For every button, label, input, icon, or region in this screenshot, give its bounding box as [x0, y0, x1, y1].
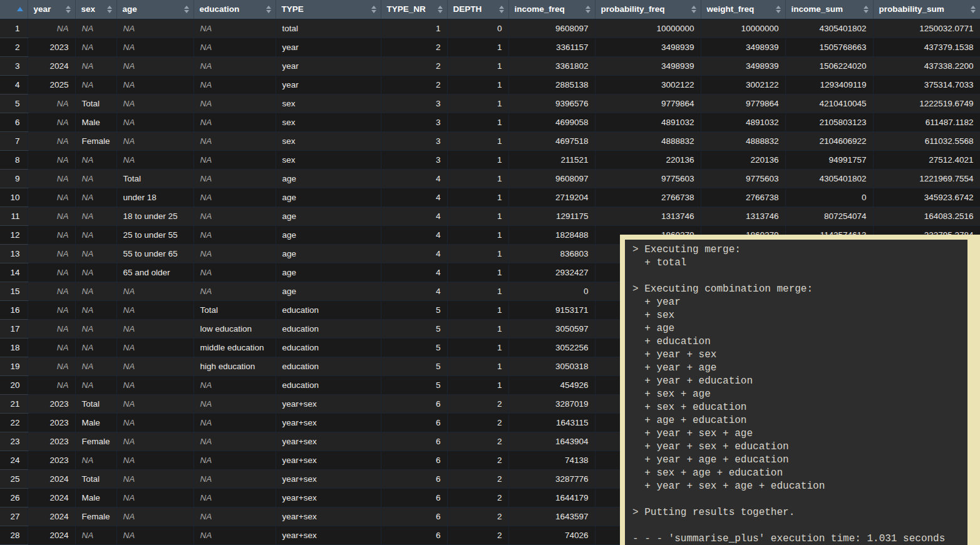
cell-depth: 2: [447, 394, 508, 413]
sort-arrows-icon[interactable]: [864, 6, 869, 13]
column-header-income-freq[interactable]: income_freq: [508, 0, 595, 19]
cell-year: NA: [28, 357, 75, 375]
cell-education: NA: [193, 150, 276, 169]
cell-year: NA: [28, 19, 75, 38]
cell-sex: NA: [75, 300, 116, 319]
cell-depth: 1: [447, 150, 508, 169]
row-number: 22: [0, 413, 28, 432]
cell-education: low education: [193, 319, 276, 338]
sort-arrows-icon[interactable]: [66, 6, 71, 13]
column-header-type-nr[interactable]: TYPE_NR: [381, 0, 447, 19]
cell-probability-freq: 3498939: [595, 56, 701, 75]
cell-depth: 1: [447, 357, 508, 375]
cell-type-nr: 5: [381, 357, 447, 375]
cell-education: NA: [193, 526, 276, 544]
column-label: probability_sum: [879, 4, 944, 14]
cell-income-freq: 4699058: [508, 113, 595, 131]
cell-probability-freq: 10000000: [595, 19, 701, 38]
cell-income-freq: 454926: [508, 375, 595, 394]
cell-income-freq: 1643904: [508, 432, 595, 451]
cell-education: NA: [193, 432, 276, 451]
cell-sex: NA: [75, 206, 116, 225]
cell-depth: 1: [447, 206, 508, 225]
column-header-type[interactable]: TYPE: [276, 0, 381, 19]
cell-type-nr: 2: [381, 75, 447, 94]
column-header-education[interactable]: education: [193, 0, 276, 19]
column-header-probability-sum[interactable]: probability_sum: [873, 0, 980, 19]
cell-type: sex: [276, 131, 381, 150]
cell-income-freq: 9396576: [508, 94, 595, 113]
column-header-age[interactable]: age: [116, 0, 193, 19]
cell-age: under 18: [116, 188, 193, 206]
cell-sex: NA: [75, 56, 116, 75]
cell-education: NA: [193, 394, 276, 413]
cell-age: NA: [116, 19, 193, 38]
sort-arrows-icon[interactable]: [691, 6, 696, 13]
column-header-weight-freq[interactable]: weight_freq: [701, 0, 785, 19]
cell-sex: NA: [75, 188, 116, 206]
row-number-header[interactable]: [0, 0, 28, 19]
cell-depth: 1: [447, 338, 508, 357]
cell-age: NA: [116, 394, 193, 413]
cell-type: age: [276, 263, 381, 282]
cell-type: education: [276, 357, 381, 375]
cell-income-sum: 1505768663: [785, 38, 873, 56]
sort-arrows-icon[interactable]: [438, 6, 443, 13]
sort-arrows-icon[interactable]: [371, 6, 376, 13]
sort-arrows-icon[interactable]: [776, 6, 781, 13]
column-header-depth[interactable]: DEPTH: [447, 0, 508, 19]
row-number: 10: [0, 188, 28, 206]
cell-type-nr: 6: [381, 432, 447, 451]
sort-ascending-icon[interactable]: [17, 7, 23, 11]
column-label: age: [123, 4, 137, 14]
cell-education: NA: [193, 206, 276, 225]
cell-probability-sum: 345923.6742: [873, 188, 980, 206]
column-header-probability-freq[interactable]: probability_freq: [595, 0, 701, 19]
cell-type-nr: 4: [381, 206, 447, 225]
row-number: 13: [0, 244, 28, 263]
cell-type-nr: 6: [381, 394, 447, 413]
sort-arrows-icon[interactable]: [107, 6, 112, 13]
column-header-income-sum[interactable]: income_sum: [785, 0, 873, 19]
cell-year: 2025: [28, 75, 75, 94]
cell-sex: NA: [75, 225, 116, 244]
cell-type-nr: 5: [381, 319, 447, 338]
cell-depth: 2: [447, 526, 508, 544]
cell-weight-freq: 9779864: [701, 94, 785, 113]
sort-arrows-icon[interactable]: [971, 6, 976, 13]
cell-age: NA: [116, 56, 193, 75]
column-header-sex[interactable]: sex: [75, 0, 116, 19]
cell-type: year+sex: [276, 432, 381, 451]
table-row: 42025NANANAyear2128851383002122300212212…: [0, 75, 980, 94]
cell-income-freq: 9153171: [508, 300, 595, 319]
sort-arrows-icon[interactable]: [266, 6, 271, 13]
cell-sex: NA: [75, 19, 116, 38]
cell-depth: 1: [447, 169, 508, 188]
column-label: TYPE_NR: [387, 4, 426, 14]
cell-age: NA: [116, 113, 193, 131]
table-row: 9NANATotalNAage4196080979775603977560343…: [0, 169, 980, 188]
cell-probability-freq: 9779864: [595, 94, 701, 113]
sort-arrows-icon[interactable]: [184, 6, 189, 13]
cell-weight-freq: 2766738: [701, 188, 785, 206]
cell-type-nr: 3: [381, 150, 447, 169]
cell-education: NA: [193, 94, 276, 113]
cell-probability-freq: 2766738: [595, 188, 701, 206]
sort-arrows-icon[interactable]: [499, 6, 504, 13]
console-output-area: > Executing merge: + total > Executing c…: [625, 240, 967, 545]
column-label: education: [200, 4, 240, 14]
row-number: 21: [0, 394, 28, 413]
header-row: yearsexageeducationTYPETYPE_NRDEPTHincom…: [0, 0, 980, 19]
cell-type-nr: 4: [381, 188, 447, 206]
cell-type: year+sex: [276, 394, 381, 413]
cell-depth: 2: [447, 413, 508, 432]
cell-year: 2024: [28, 526, 75, 544]
column-header-year[interactable]: year: [28, 0, 75, 19]
cell-income-freq: 3361157: [508, 38, 595, 56]
cell-type: education: [276, 338, 381, 357]
cell-year: NA: [28, 169, 75, 188]
cell-type-nr: 5: [381, 375, 447, 394]
cell-depth: 1: [447, 300, 508, 319]
cell-income-freq: 3287776: [508, 469, 595, 488]
sort-arrows-icon[interactable]: [585, 6, 591, 13]
